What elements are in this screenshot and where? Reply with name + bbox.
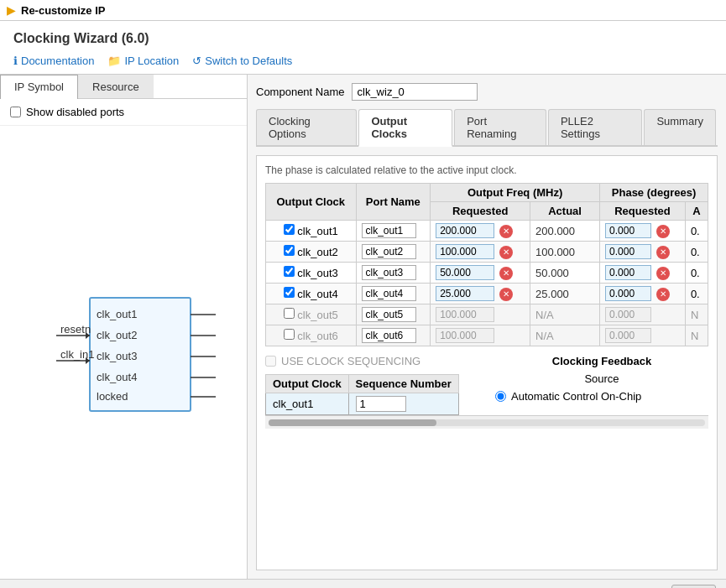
tab-port-renaming[interactable]: Port Renaming (454, 109, 546, 145)
row2-enable-checkbox[interactable] (284, 245, 295, 256)
left-panel-tabs: IP Symbol Resource (0, 75, 247, 99)
row1-port-cell (356, 221, 431, 242)
ip-location-label: IP Location (124, 55, 179, 67)
col-header-phase-requested: Requested (600, 202, 686, 221)
row3-clear-button[interactable]: ✕ (499, 267, 513, 280)
row2-phase-req-input[interactable] (605, 244, 651, 259)
documentation-button[interactable]: ℹ Documentation (13, 55, 94, 67)
folder-icon: 📁 (107, 55, 121, 67)
show-disabled-label: Show disabled ports (26, 106, 124, 118)
row4-phase-req-cell: ✕ (600, 284, 686, 304)
row4-check-cell: clk_out4 (266, 284, 357, 304)
row3-phase-clear-button[interactable]: ✕ (656, 267, 670, 280)
row1-check-cell: clk_out1 (266, 221, 357, 242)
row3-enable-checkbox[interactable] (284, 266, 295, 277)
ip-symbol: resetn clk_in1 clk_out1 clk_out2 clk_out… (39, 289, 207, 415)
tab-clocking-options[interactable]: Clocking Options (256, 109, 357, 145)
row1-phase-act-cell: 0. (685, 221, 708, 242)
scroll-track (269, 419, 705, 426)
row2-freq-req-input[interactable] (436, 244, 494, 259)
row4-port-cell (356, 284, 431, 304)
component-name-label: Component Name (256, 86, 345, 98)
tab-ip-symbol[interactable]: IP Symbol (0, 75, 78, 99)
col-header-port-name: Port Name (356, 184, 431, 221)
svg-text:resetn: resetn (60, 323, 91, 336)
row2-clear-button[interactable]: ✕ (499, 246, 513, 259)
row4-phase-clear-button[interactable]: ✕ (656, 288, 670, 301)
scroll-area[interactable] (265, 415, 708, 429)
ok-button[interactable]: OK (671, 585, 716, 588)
tab-output-clocks[interactable]: Output Clocks (358, 109, 452, 147)
row6-phase-act-cell: N (685, 325, 708, 346)
row6-freq-req-input[interactable] (436, 328, 494, 343)
row1-phase-clear-button[interactable]: ✕ (656, 225, 670, 238)
row3-phase-req-input[interactable] (605, 265, 651, 280)
use-clock-seq-checkbox[interactable] (265, 356, 276, 367)
svg-text:locked: locked (97, 390, 128, 403)
ip-location-button[interactable]: 📁 IP Location (107, 55, 179, 67)
row5-enable-checkbox[interactable] (284, 308, 295, 319)
seq-number-input[interactable] (356, 396, 406, 412)
table-row: clk_out1 ✕ 200.000 (266, 221, 708, 242)
row6-enable-checkbox[interactable] (284, 329, 295, 340)
row3-freq-req-input[interactable] (436, 265, 494, 280)
row1-freq-req-input[interactable] (436, 223, 494, 238)
row2-phase-req-cell: ✕ (600, 242, 686, 263)
main-content: IP Symbol Resource Show disabled ports (0, 75, 726, 579)
seq-col-clock: Output Clock (266, 375, 349, 393)
feedback-auto-radio[interactable] (495, 391, 506, 402)
component-name-input[interactable] (352, 83, 478, 101)
row3-freq-act-cell: 50.000 (530, 263, 600, 284)
row5-phase-req-input[interactable] (605, 307, 651, 322)
table-row: clk_out5 N/A (266, 304, 708, 325)
row1-clear-button[interactable]: ✕ (499, 225, 513, 238)
row3-port-input[interactable] (362, 265, 416, 280)
row6-check-cell: clk_out6 (266, 325, 357, 346)
seq-table: Output Clock Sequence Number clk_out1 (265, 374, 459, 415)
row2-port-input[interactable] (362, 244, 416, 259)
row1-enable-checkbox[interactable] (284, 224, 295, 235)
row5-check-cell: clk_out5 (266, 304, 357, 325)
row4-phase-req-input[interactable] (605, 286, 651, 301)
tab-resource[interactable]: Resource (78, 75, 154, 98)
row6-freq-req-cell (431, 325, 530, 346)
row3-phase-req-cell: ✕ (600, 263, 686, 284)
row4-freq-req-input[interactable] (436, 286, 494, 301)
table-row: clk_out3 ✕ 50.000 (266, 263, 708, 284)
tabs-bar: Clocking Options Output Clocks Port Rena… (256, 109, 718, 147)
row4-enable-checkbox[interactable] (284, 287, 295, 298)
tab-summary[interactable]: Summary (644, 109, 716, 145)
row6-phase-req-input[interactable] (605, 328, 651, 343)
app-header: Clocking Wizard (6.0) ℹ Documentation 📁 … (0, 21, 726, 75)
switch-defaults-button[interactable]: ↺ Switch to Defaults (192, 55, 292, 67)
refresh-icon: ↺ (192, 55, 201, 67)
tab-plle2-settings[interactable]: PLLE2 Settings (548, 109, 642, 145)
row6-port-input[interactable] (362, 328, 416, 343)
row5-freq-req-input[interactable] (436, 307, 494, 322)
row1-freq-act-cell: 200.000 (530, 221, 600, 242)
row3-freq-actual: 50.000 (535, 267, 586, 279)
row6-port-cell (356, 325, 431, 346)
show-disabled-checkbox[interactable] (10, 107, 21, 117)
col-header-actual: Actual (530, 202, 600, 221)
col-header-output-freq: Output Freq (MHz) (431, 184, 600, 202)
row1-phase-req-input[interactable] (605, 223, 651, 238)
row1-freq-req-cell: ✕ (431, 221, 530, 242)
row2-freq-req-cell: ✕ (431, 242, 530, 263)
table-row: clk_out6 N/A (266, 325, 708, 346)
row5-port-input[interactable] (362, 307, 416, 322)
row4-freq-req-cell: ✕ (431, 284, 530, 304)
row2-phase-clear-button[interactable]: ✕ (656, 246, 670, 259)
col-header-phase: Phase (degrees) (600, 184, 708, 202)
table-row: clk_out4 ✕ 25.000 (266, 284, 708, 304)
seq-number-cell (348, 393, 458, 415)
row4-clear-button[interactable]: ✕ (499, 288, 513, 301)
row4-port-input[interactable] (362, 286, 416, 301)
row1-port-input[interactable] (362, 223, 416, 238)
col-header-phase-actual: A (685, 202, 708, 221)
row2-phase-act-cell: 0. (685, 242, 708, 263)
row3-port-cell (356, 263, 431, 284)
scroll-thumb (269, 419, 436, 426)
col-header-output-clock: Output Clock (266, 184, 357, 221)
row1-phase-req-cell: ✕ (600, 221, 686, 242)
